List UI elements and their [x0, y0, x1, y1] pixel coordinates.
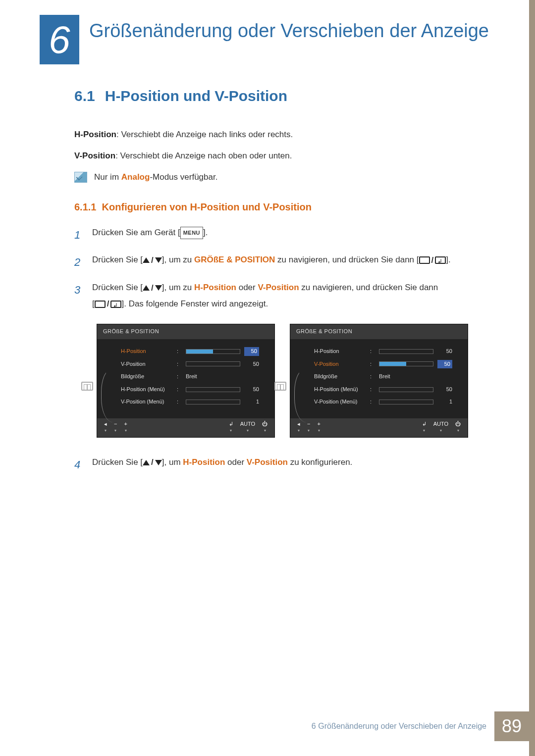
chapter-title: Größenänderung oder Verschieben der Anze…: [89, 15, 489, 43]
osd-slider: [186, 400, 240, 404]
step-2: 2 Drücken Sie [/], um zu GRÖßE & POSITIO…: [74, 252, 490, 273]
nav-target: H-Position: [183, 457, 225, 467]
source-enter-icon: /: [419, 252, 446, 268]
side-stripe: [529, 0, 535, 756]
osd-item-label: V-Position (Menü): [121, 398, 173, 406]
osd-slider: [186, 361, 240, 366]
note-row: Nur im Analog-Modus verfügbar.: [74, 170, 490, 184]
osd-value: 50: [437, 360, 452, 369]
step-body: Drücken Sie [/], um H-Position oder V-Po…: [92, 454, 490, 475]
osd-slider: [379, 400, 433, 404]
osd-curve-decoration: [101, 368, 113, 422]
subsection-heading: 6.1.1 Konfigurieren von H-Position und V…: [74, 199, 490, 215]
osd-value: 50: [437, 347, 452, 356]
osd-item-label: H-Position (Menü): [121, 385, 173, 394]
osd-body: H-Position:50 V-Position:50 Bildgröße:Br…: [97, 339, 274, 418]
triangle-up-icon: [143, 257, 150, 263]
osd-minus-icon: −▾: [114, 421, 117, 434]
hposition-label: H-Position: [74, 130, 116, 139]
step-text: Drücken Sie [: [92, 283, 143, 292]
osd-value: 50: [437, 385, 452, 394]
osd-body: H-Position:50 V-Position:50 Bildgröße:Br…: [290, 339, 468, 418]
vposition-label: V-Position: [74, 151, 115, 160]
osd-enter-icon: ↲▾: [422, 421, 427, 434]
nav-target: GRÖßE & POSITION: [194, 255, 275, 264]
step-1: 1 Drücken Sie am Gerät [MENU].: [74, 225, 490, 246]
osd-value: 50: [244, 347, 259, 356]
footer-chapter-text: 6 Größenänderung oder Verschieben der An…: [312, 722, 486, 731]
osd-title: GRÖßE & POSITION: [290, 324, 468, 339]
step-text: ]. Das folgende Fenster wird angezeigt.: [121, 299, 268, 308]
osd-value: 50: [244, 385, 259, 394]
vposition-text: : Verschiebt die Anzeige nach oben oder …: [115, 151, 292, 160]
osd-item-label: V-Position (Menü): [314, 398, 366, 406]
osd-slider: [186, 349, 240, 354]
step-text: ], um zu: [162, 255, 194, 264]
osd-item-label: V-Position: [314, 360, 366, 369]
step-text: ], um: [162, 457, 183, 467]
osd-power-icon: ⏻▾: [455, 421, 461, 434]
triangle-down-icon: [155, 460, 162, 465]
osd-value: 50: [244, 360, 259, 369]
note-pre: Nur im: [94, 172, 121, 182]
note-icon: [74, 172, 87, 183]
menu-button-icon: MENU: [180, 227, 203, 239]
source-enter-icon: /: [95, 296, 122, 312]
osd-slider: [186, 387, 240, 392]
osd-curve-decoration: [294, 368, 306, 422]
vposition-description: V-Position: Verschiebt die Anzeige nach …: [74, 149, 490, 162]
osd-item-label: H-Position: [121, 347, 173, 356]
step-text: oder: [225, 457, 246, 467]
osd-auto-label: AUTO▾: [240, 421, 255, 434]
steps-list: 1 Drücken Sie am Gerät [MENU]. 2 Drücken…: [74, 225, 490, 312]
osd-plus-icon: +▾: [317, 421, 320, 434]
osd-slider: [379, 387, 433, 392]
step-text: zu navigieren, und drücken Sie dann: [299, 283, 438, 292]
steps-list-continued: 4 Drücken Sie [/], um H-Position oder V-…: [74, 454, 490, 475]
hposition-text: : Verschiebt die Anzeige nach links oder…: [116, 130, 293, 139]
osd-title: GRÖßE & POSITION: [97, 324, 274, 339]
osd-value: 1: [244, 398, 259, 406]
step-text: ].: [446, 255, 450, 264]
up-down-arrows-icon: /: [143, 454, 162, 470]
osd-back-icon: ◂▾: [104, 421, 107, 434]
triangle-up-icon: [143, 285, 150, 291]
osd-back-icon: ◂▾: [297, 421, 300, 434]
rect-icon: [95, 301, 106, 308]
enter-icon: [435, 256, 446, 264]
up-down-arrows-icon: /: [143, 252, 162, 268]
osd-value: 1: [437, 398, 452, 406]
step-text: oder: [236, 283, 258, 292]
up-down-arrows-icon: /: [143, 280, 162, 296]
step-text: zu navigieren, und drücken Sie dann [: [275, 255, 419, 264]
step-body: Drücken Sie [/], um zu H-Position oder V…: [92, 280, 490, 312]
step-number: 3: [74, 280, 83, 312]
step-3: 3 Drücken Sie [/], um zu H-Position oder…: [74, 280, 490, 312]
enter-icon: [110, 301, 121, 308]
osd-category-icon: [81, 382, 93, 391]
rect-icon: [419, 256, 430, 264]
osd-item-label: Bildgröße: [314, 372, 366, 381]
page-header: 6 Größenänderung oder Verschieben der An…: [0, 0, 535, 64]
subsection-number: 6.1.1: [74, 202, 96, 212]
step-text: Drücken Sie [: [92, 255, 143, 264]
step-number: 1: [74, 225, 83, 246]
step-4: 4 Drücken Sie [/], um H-Position oder V-…: [74, 454, 490, 475]
osd-footer: ◂▾ −▾ +▾ ↲▾ AUTO▾ ⏻▾: [290, 418, 468, 437]
osd-plus-icon: +▾: [124, 421, 127, 434]
osd-category-icon: [274, 382, 286, 391]
step-text: ].: [203, 228, 208, 237]
osd-slider: [379, 361, 433, 366]
osd-minus-icon: −▾: [307, 421, 310, 434]
osd-item-label: V-Position: [121, 360, 173, 369]
triangle-down-icon: [155, 285, 162, 291]
osd-value: Breit: [186, 372, 197, 381]
section-title: H-Position und V-Position: [105, 88, 287, 104]
osd-enter-icon: ↲▾: [229, 421, 233, 434]
osd-screenshots-row: GRÖßE & POSITION H-Position:50 V-Positio…: [74, 324, 490, 437]
nav-target: V-Position: [247, 457, 288, 467]
note-post: -Modus verfügbar.: [150, 172, 217, 182]
section-heading: 6.1H-Position und V-Position: [74, 84, 490, 108]
nav-target: H-Position: [194, 283, 236, 292]
osd-auto-label: AUTO▾: [433, 421, 448, 434]
